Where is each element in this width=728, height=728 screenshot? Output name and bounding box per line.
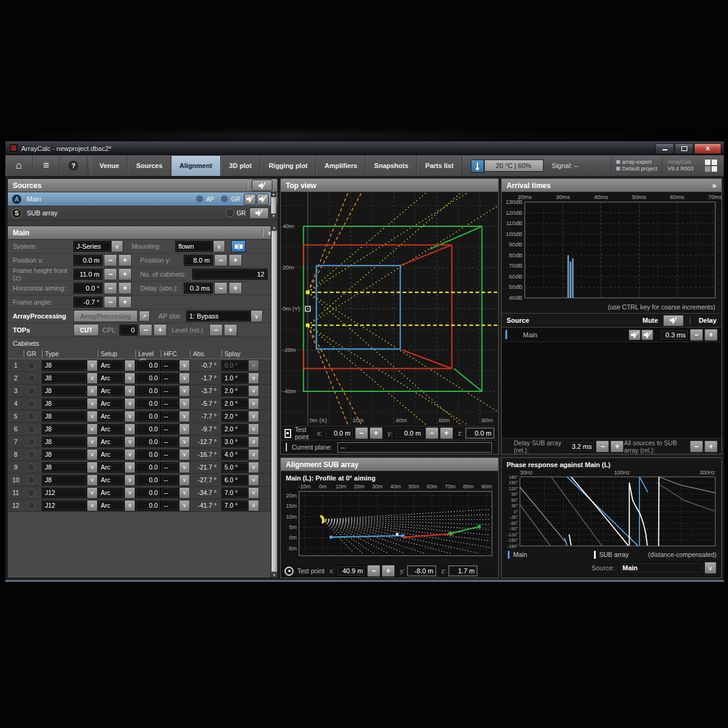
type-select[interactable]: J8∨ [42,462,98,473]
type-select[interactable]: J8∨ [42,423,98,435]
hfc-select[interactable]: --∨ [161,462,190,473]
phase-source-select[interactable]: Main ∨ [619,562,716,574]
profile-test-y-input[interactable]: -8.0 m [407,565,436,576]
level-input[interactable]: 0.0 [135,373,161,383]
tab-amplifiers[interactable]: Amplifiers [316,156,366,176]
source-delay-input[interactable]: 0.3 ms [659,329,689,340]
top-view-chart[interactable]: 40m20m0m (Y)-20m-40m0m (X)20m40m60m80m [281,192,498,425]
decrement-button[interactable]: − [425,427,439,439]
maximize-button[interactable] [675,143,693,154]
arrival-chart[interactable]: 20ms30ms40ms50ms60ms70ms130dB120dB110dB1… [502,192,721,303]
profile-chart[interactable]: -10m0m10m20m30m40m50m60m70m80m90m20m15m1… [281,482,496,559]
type-select[interactable]: J8∨ [42,360,98,371]
test-point-y-input[interactable]: 0.0 m [395,428,424,439]
arrival-plot[interactable]: 20ms30ms40ms50ms60ms70ms130dB120dB110dB1… [502,192,721,303]
close-button[interactable]: × [694,143,721,154]
gr-indicator[interactable] [27,413,35,420]
mute-button[interactable] [249,207,269,219]
top-view-plot[interactable]: 40m20m0m (Y)-20m-40m0m (X)20m40m60m80m [281,192,498,426]
increment-button[interactable]: + [118,268,132,280]
cpl-input[interactable]: 0 [120,325,138,335]
tab-alignment[interactable]: Alignment [171,156,221,176]
frame-angle-input[interactable]: -0.7 ° [73,297,103,308]
splay-select[interactable]: 1.0 °∨ [221,372,259,384]
increment-button[interactable]: + [153,324,167,336]
increment-button[interactable]: + [118,282,132,294]
type-select[interactable]: J8∨ [42,474,98,486]
gr-indicator[interactable] [220,195,229,203]
level-input[interactable]: 0.0 [135,424,161,434]
tab-parts-list[interactable]: Parts list [417,156,462,176]
decrement-button[interactable]: − [104,254,117,266]
decrement-button[interactable]: − [367,565,380,577]
delay-abs-input[interactable]: 0.3 ms [184,283,213,294]
splay-select[interactable]: 2.0 °∨ [221,411,259,422]
increment-button[interactable]: + [369,427,383,439]
splay-select[interactable]: 7.0 °∨ [221,500,259,511]
position-y-input[interactable]: 8.0 m [184,255,213,266]
level-input[interactable]: 0.0 [135,500,161,511]
profile-plot[interactable]: -10m0m10m20m30m40m50m60m70m80m90m20m15m1… [281,482,498,559]
source-row-main[interactable]: A Main AP GR [8,192,277,206]
temperature-toggle[interactable] [471,160,484,173]
splay-select[interactable]: 7.0 °∨ [221,487,259,499]
source-row-sub[interactable]: S SUB array GR [8,206,277,220]
decrement-button[interactable]: − [139,324,152,336]
system-select[interactable]: J-Series∨ [73,240,123,252]
hfc-select[interactable]: --∨ [161,487,190,499]
type-select[interactable]: J8∨ [42,372,98,384]
hfc-select[interactable]: --∨ [161,385,190,397]
sub-delay-input[interactable]: 3.2 ms [565,441,595,452]
setup-select[interactable]: Arc∨ [98,474,135,486]
increment-button[interactable]: + [704,440,718,453]
hfc-select[interactable]: --∨ [161,372,190,384]
profile-test-z-input[interactable]: 1.7 m [448,565,477,576]
mute-right-button[interactable] [641,329,653,340]
increment-button[interactable]: + [382,565,395,577]
tab-rigging-plot[interactable]: Rigging plot [260,156,316,176]
setup-select[interactable]: Arc∨ [98,449,135,460]
increment-button[interactable]: + [118,254,132,266]
splay-select[interactable]: 2.0 °∨ [221,423,259,435]
gr-indicator[interactable] [27,438,35,446]
left-panel-scrollbar[interactable]: ▲ ▼ [271,225,277,578]
mounting-select[interactable]: flown∨ [175,240,225,252]
tab-snapshots[interactable]: Snapshots [366,156,417,176]
level-input[interactable]: 0.0 [135,488,161,498]
mute-all-sources-button[interactable] [663,315,684,326]
test-point-radio[interactable] [285,567,294,576]
temperature-display[interactable]: 20 °C | 60% [484,160,544,172]
type-select[interactable]: J8∨ [42,398,98,410]
position-x-input[interactable]: 0.0 m [73,255,103,266]
sources-scrollbar[interactable]: ▲ ▼ [271,192,277,218]
hfc-select[interactable]: --∨ [161,436,190,448]
hfc-select[interactable]: --∨ [161,423,190,435]
increment-button[interactable]: + [440,427,453,439]
setup-select[interactable]: Arc∨ [98,385,135,397]
setup-select[interactable]: Arc∨ [98,411,135,422]
tab-3d-plot[interactable]: 3D plot [221,156,260,176]
splay-select[interactable]: 0.0 °∨ [221,360,259,371]
setup-select[interactable]: Arc∨ [98,398,135,410]
splay-select[interactable]: 6.0 °∨ [221,474,259,486]
increment-button[interactable]: + [118,296,132,308]
type-select[interactable]: J8∨ [42,385,98,397]
cabinet-count-input[interactable]: 12 [192,269,268,280]
setup-select[interactable]: Arc∨ [98,360,135,371]
level-input[interactable]: 0.0 [135,411,161,422]
increment-button[interactable]: + [704,329,718,341]
type-select[interactable]: J12∨ [42,487,98,499]
hfc-select[interactable]: --∨ [161,449,190,460]
help-button[interactable]: ? [60,156,87,176]
hfc-select[interactable]: --∨ [161,398,190,410]
decrement-button[interactable]: − [690,329,703,341]
open-arrayprocessing-icon[interactable]: ↗ [139,311,150,322]
splay-select[interactable]: 5.0 °∨ [221,462,259,473]
mute-all-button[interactable] [252,180,272,191]
hfc-select[interactable]: --∨ [161,360,190,371]
decrement-button[interactable]: − [214,254,228,266]
setup-select[interactable]: Arc∨ [98,436,135,448]
hfc-select[interactable]: --∨ [161,500,190,511]
arrayprocessing-button[interactable]: ArrayProcessing [73,310,138,322]
level-input[interactable]: 0.0 [135,450,161,460]
